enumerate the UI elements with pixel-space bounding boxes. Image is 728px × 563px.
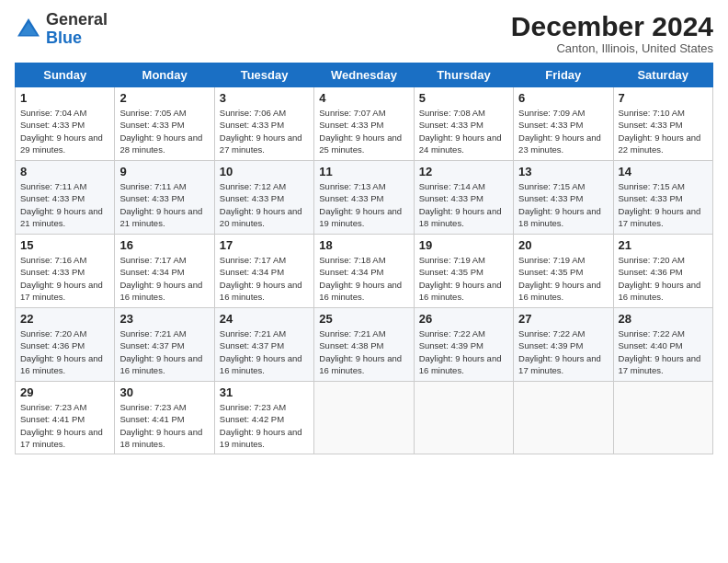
day-number: 25 <box>319 312 408 326</box>
day-info: Sunrise: 7:09 AM Sunset: 4:33 PM Dayligh… <box>518 107 608 155</box>
day-number: 16 <box>119 238 209 252</box>
calendar-cell: 9Sunrise: 7:11 AM Sunset: 4:33 PM Daylig… <box>115 161 214 235</box>
calendar-cell: 19Sunrise: 7:19 AM Sunset: 4:35 PM Dayli… <box>414 235 513 308</box>
weekday-header: Sunday <box>16 63 115 87</box>
day-info: Sunrise: 7:20 AM Sunset: 4:36 PM Dayligh… <box>619 254 708 303</box>
weekday-header: Thursday <box>414 63 513 87</box>
calendar-table: SundayMondayTuesdayWednesdayThursdayFrid… <box>15 63 713 454</box>
calendar-cell: 21Sunrise: 7:20 AM Sunset: 4:36 PM Dayli… <box>613 235 712 308</box>
day-number: 6 <box>518 91 608 105</box>
logo: General Blue <box>15 11 108 48</box>
day-number: 20 <box>518 238 608 252</box>
calendar-cell: 31Sunrise: 7:23 AM Sunset: 4:42 PM Dayli… <box>214 382 313 454</box>
calendar-cell <box>613 382 712 454</box>
day-number: 3 <box>220 91 309 105</box>
calendar-cell: 23Sunrise: 7:21 AM Sunset: 4:37 PM Dayli… <box>115 308 214 382</box>
day-info: Sunrise: 7:07 AM Sunset: 4:33 PM Dayligh… <box>319 107 408 155</box>
logo-text: General Blue <box>46 11 108 48</box>
day-number: 31 <box>220 385 309 399</box>
calendar-cell: 15Sunrise: 7:16 AM Sunset: 4:33 PM Dayli… <box>16 235 115 308</box>
day-number: 12 <box>419 165 508 178</box>
calendar-cell: 25Sunrise: 7:21 AM Sunset: 4:38 PM Dayli… <box>314 308 414 382</box>
day-info: Sunrise: 7:15 AM Sunset: 4:33 PM Dayligh… <box>518 180 608 229</box>
day-number: 2 <box>119 91 209 105</box>
day-info: Sunrise: 7:22 AM Sunset: 4:39 PM Dayligh… <box>518 327 608 376</box>
weekday-header: Saturday <box>613 63 712 87</box>
calendar-cell: 8Sunrise: 7:11 AM Sunset: 4:33 PM Daylig… <box>16 161 115 235</box>
calendar-cell: 14Sunrise: 7:15 AM Sunset: 4:33 PM Dayli… <box>613 161 712 235</box>
day-info: Sunrise: 7:10 AM Sunset: 4:33 PM Dayligh… <box>619 107 708 155</box>
logo-icon <box>15 16 42 43</box>
day-info: Sunrise: 7:11 AM Sunset: 4:33 PM Dayligh… <box>20 180 109 229</box>
calendar-cell: 13Sunrise: 7:15 AM Sunset: 4:33 PM Dayli… <box>514 161 613 235</box>
title-block: December 2024 Canton, Illinois, United S… <box>511 11 713 55</box>
logo-general: General <box>46 10 108 29</box>
calendar-cell <box>414 382 513 454</box>
calendar-cell: 28Sunrise: 7:22 AM Sunset: 4:40 PM Dayli… <box>613 308 712 382</box>
day-number: 11 <box>319 165 408 178</box>
day-number: 8 <box>20 165 109 178</box>
day-number: 7 <box>619 91 708 105</box>
day-number: 27 <box>518 312 608 326</box>
day-number: 23 <box>119 312 209 326</box>
day-number: 13 <box>518 165 608 178</box>
weekday-header: Monday <box>115 63 214 87</box>
calendar-cell: 7Sunrise: 7:10 AM Sunset: 4:33 PM Daylig… <box>613 87 712 161</box>
day-info: Sunrise: 7:16 AM Sunset: 4:33 PM Dayligh… <box>20 254 109 303</box>
day-info: Sunrise: 7:17 AM Sunset: 4:34 PM Dayligh… <box>119 254 209 303</box>
calendar-cell: 27Sunrise: 7:22 AM Sunset: 4:39 PM Dayli… <box>514 308 613 382</box>
day-number: 10 <box>220 165 309 178</box>
calendar-cell: 22Sunrise: 7:20 AM Sunset: 4:36 PM Dayli… <box>16 308 115 382</box>
day-info: Sunrise: 7:23 AM Sunset: 4:42 PM Dayligh… <box>220 401 309 450</box>
calendar-cell: 20Sunrise: 7:19 AM Sunset: 4:35 PM Dayli… <box>514 235 613 308</box>
calendar-cell: 10Sunrise: 7:12 AM Sunset: 4:33 PM Dayli… <box>214 161 313 235</box>
day-info: Sunrise: 7:06 AM Sunset: 4:33 PM Dayligh… <box>220 107 309 155</box>
logo-blue: Blue <box>46 29 82 47</box>
calendar-cell: 4Sunrise: 7:07 AM Sunset: 4:33 PM Daylig… <box>314 87 414 161</box>
calendar-cell: 12Sunrise: 7:14 AM Sunset: 4:33 PM Dayli… <box>414 161 513 235</box>
day-number: 4 <box>319 91 408 105</box>
day-info: Sunrise: 7:15 AM Sunset: 4:33 PM Dayligh… <box>619 180 708 229</box>
weekday-header-row: SundayMondayTuesdayWednesdayThursdayFrid… <box>16 63 713 87</box>
calendar-week-row: 8Sunrise: 7:11 AM Sunset: 4:33 PM Daylig… <box>16 161 713 235</box>
calendar-week-row: 22Sunrise: 7:20 AM Sunset: 4:36 PM Dayli… <box>16 308 713 382</box>
day-info: Sunrise: 7:13 AM Sunset: 4:33 PM Dayligh… <box>319 180 408 229</box>
day-info: Sunrise: 7:19 AM Sunset: 4:35 PM Dayligh… <box>518 254 608 303</box>
calendar-week-row: 1Sunrise: 7:04 AM Sunset: 4:33 PM Daylig… <box>16 87 713 161</box>
day-info: Sunrise: 7:23 AM Sunset: 4:41 PM Dayligh… <box>20 401 109 450</box>
day-number: 30 <box>119 385 209 399</box>
day-number: 18 <box>319 238 408 252</box>
day-info: Sunrise: 7:19 AM Sunset: 4:35 PM Dayligh… <box>419 254 508 303</box>
day-number: 26 <box>419 312 508 326</box>
location: Canton, Illinois, United States <box>511 41 713 55</box>
calendar-cell: 30Sunrise: 7:23 AM Sunset: 4:41 PM Dayli… <box>115 382 214 454</box>
day-info: Sunrise: 7:08 AM Sunset: 4:33 PM Dayligh… <box>419 107 508 155</box>
day-info: Sunrise: 7:17 AM Sunset: 4:34 PM Dayligh… <box>220 254 309 303</box>
day-number: 9 <box>119 165 209 178</box>
calendar-cell: 1Sunrise: 7:04 AM Sunset: 4:33 PM Daylig… <box>16 87 115 161</box>
calendar-cell: 26Sunrise: 7:22 AM Sunset: 4:39 PM Dayli… <box>414 308 513 382</box>
calendar-cell: 29Sunrise: 7:23 AM Sunset: 4:41 PM Dayli… <box>16 382 115 454</box>
day-number: 1 <box>20 91 109 105</box>
day-number: 22 <box>20 312 109 326</box>
day-info: Sunrise: 7:18 AM Sunset: 4:34 PM Dayligh… <box>319 254 408 303</box>
day-info: Sunrise: 7:14 AM Sunset: 4:33 PM Dayligh… <box>419 180 508 229</box>
day-info: Sunrise: 7:05 AM Sunset: 4:33 PM Dayligh… <box>119 107 209 155</box>
calendar-cell <box>314 382 414 454</box>
day-info: Sunrise: 7:21 AM Sunset: 4:38 PM Dayligh… <box>319 327 408 376</box>
day-info: Sunrise: 7:22 AM Sunset: 4:40 PM Dayligh… <box>619 327 708 376</box>
day-info: Sunrise: 7:21 AM Sunset: 4:37 PM Dayligh… <box>119 327 209 376</box>
weekday-header: Wednesday <box>314 63 414 87</box>
day-info: Sunrise: 7:12 AM Sunset: 4:33 PM Dayligh… <box>220 180 309 229</box>
day-info: Sunrise: 7:22 AM Sunset: 4:39 PM Dayligh… <box>419 327 508 376</box>
day-number: 19 <box>419 238 508 252</box>
calendar-cell: 11Sunrise: 7:13 AM Sunset: 4:33 PM Dayli… <box>314 161 414 235</box>
weekday-header: Tuesday <box>214 63 313 87</box>
day-number: 24 <box>220 312 309 326</box>
day-info: Sunrise: 7:21 AM Sunset: 4:37 PM Dayligh… <box>220 327 309 376</box>
day-info: Sunrise: 7:04 AM Sunset: 4:33 PM Dayligh… <box>20 107 109 155</box>
day-info: Sunrise: 7:20 AM Sunset: 4:36 PM Dayligh… <box>20 327 109 376</box>
calendar-cell <box>514 382 613 454</box>
calendar-week-row: 15Sunrise: 7:16 AM Sunset: 4:33 PM Dayli… <box>16 235 713 308</box>
weekday-header: Friday <box>514 63 613 87</box>
